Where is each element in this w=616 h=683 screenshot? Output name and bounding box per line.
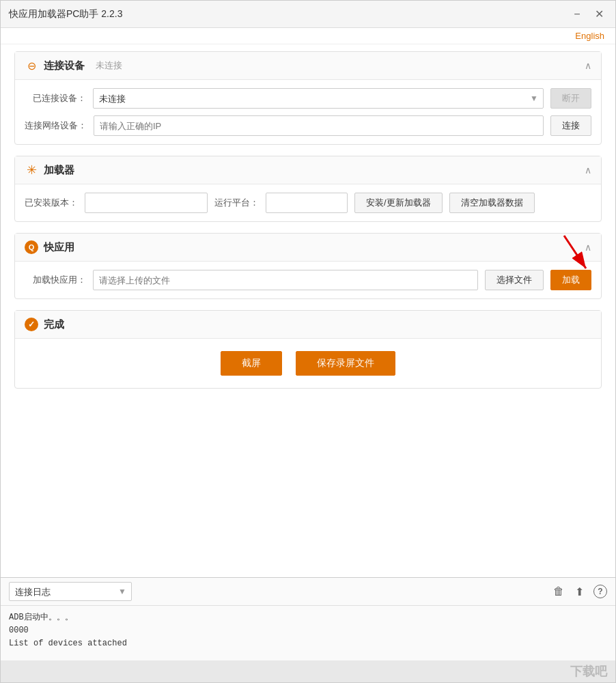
watermark-bar: 下载吧	[1, 660, 615, 682]
quickapp-section-header[interactable]: Q 快应用 ∧	[15, 234, 601, 262]
loader-section-body: 已安装版本： 未安装 运行平台： 未安装 安装/更新加载器 清空加载器数据	[15, 184, 601, 221]
quickapp-collapse-icon: ∧	[585, 242, 591, 253]
connect-header-left: ⊖ 连接设备 未连接	[25, 59, 122, 72]
log-line-1: ADB启动中。。。	[9, 611, 607, 624]
help-icon: ?	[598, 587, 602, 596]
loader-icon: ✳	[25, 163, 38, 177]
installed-version-input[interactable]: 未安装	[85, 193, 208, 213]
log-line-2: 0000	[9, 624, 607, 637]
quickapp-header-left: Q 快应用	[25, 240, 74, 254]
content-spacer	[14, 400, 602, 522]
load-quickapp-button[interactable]: 加载	[550, 270, 591, 290]
load-quickapp-row: 加载快应用： 选择文件 加载	[25, 270, 591, 290]
watermark-text: 下载吧	[570, 665, 607, 678]
complete-header: ✓ 完成	[15, 311, 601, 339]
network-device-label: 连接网络设备：	[25, 120, 87, 132]
load-quickapp-label: 加载快应用：	[25, 274, 86, 286]
language-label: English	[575, 31, 604, 41]
main-window: 快应用加载器PC助手 2.2.3 − ✕ English ⊖ 连接设备 未连接 …	[0, 0, 616, 683]
quickapp-file-input[interactable]	[93, 270, 478, 290]
loader-title: 加载器	[44, 164, 74, 177]
connect-section: ⊖ 连接设备 未连接 ∧ 已连接设备： 未连接 ▼ 断开	[14, 51, 602, 145]
installed-version-label: 已安装版本：	[25, 197, 78, 209]
loader-section-header[interactable]: ✳ 加载器 ∧	[15, 156, 601, 184]
quickapp-section: Q 快应用 ∧ 加载快应用： 选择文件 加载	[14, 233, 602, 299]
minimize-button[interactable]: −	[569, 6, 585, 23]
log-type-select[interactable]: 连接日志 调试日志	[9, 582, 132, 601]
complete-title: 完成	[44, 318, 64, 331]
connect-section-header[interactable]: ⊖ 连接设备 未连接 ∧	[15, 52, 601, 80]
platform-input[interactable]: 未安装	[266, 193, 348, 213]
log-upload-button[interactable]: ⬆	[574, 584, 585, 600]
log-actions: 🗑 ⬆ ?	[552, 584, 607, 600]
title-bar-controls: − ✕	[569, 6, 607, 23]
connect-status: 未连接	[96, 59, 122, 72]
loader-header-left: ✳ 加载器	[25, 163, 74, 177]
connect-collapse-icon: ∧	[585, 60, 591, 71]
connect-title: 连接设备	[44, 59, 85, 72]
save-recording-button[interactable]: 保存录屏文件	[296, 351, 395, 376]
select-file-button[interactable]: 选择文件	[485, 270, 544, 290]
title-bar-left: 快应用加载器PC助手 2.2.3	[9, 8, 122, 20]
log-area: 连接日志 调试日志 ▼ 🗑 ⬆ ? ADB启动中。。。 0000 List o	[1, 577, 615, 660]
quickapp-title: 快应用	[44, 241, 74, 254]
complete-body: 截屏 保存录屏文件	[15, 339, 601, 388]
install-loader-button[interactable]: 安装/更新加载器	[354, 193, 443, 213]
window-title: 快应用加载器PC助手 2.2.3	[9, 8, 122, 20]
upload-icon: ⬆	[575, 586, 584, 598]
network-device-row: 连接网络设备： 连接	[25, 115, 591, 136]
loader-collapse-icon: ∧	[585, 165, 591, 176]
connected-device-label: 已连接设备：	[25, 92, 86, 104]
connected-device-select-wrapper: 未连接 ▼	[93, 88, 544, 109]
title-bar: 快应用加载器PC助手 2.2.3 − ✕	[1, 1, 615, 28]
loader-info-row: 已安装版本： 未安装 运行平台： 未安装 安装/更新加载器 清空加载器数据	[25, 193, 591, 213]
log-line-3: List of devices attached	[9, 637, 607, 650]
log-select-wrapper: 连接日志 调试日志 ▼	[9, 582, 132, 601]
connect-icon: ⊖	[25, 59, 38, 72]
log-delete-button[interactable]: 🗑	[552, 584, 565, 599]
quickapp-icon: Q	[25, 240, 38, 254]
complete-icon: ✓	[25, 318, 38, 331]
connect-section-body: 已连接设备： 未连接 ▼ 断开 连接网络设备： 连接	[15, 80, 601, 144]
delete-icon: 🗑	[553, 585, 564, 597]
quickapp-section-body: 加载快应用： 选择文件 加载	[15, 262, 601, 298]
connected-device-row: 已连接设备： 未连接 ▼ 断开	[25, 88, 591, 109]
language-bar[interactable]: English	[1, 28, 615, 44]
log-help-button[interactable]: ?	[593, 585, 607, 598]
platform-label: 运行平台：	[214, 197, 259, 209]
close-button[interactable]: ✕	[591, 6, 607, 23]
log-header: 连接日志 调试日志 ▼ 🗑 ⬆ ?	[1, 578, 615, 606]
main-content: ⊖ 连接设备 未连接 ∧ 已连接设备： 未连接 ▼ 断开	[1, 44, 615, 577]
network-ip-input[interactable]	[94, 115, 544, 136]
connect-button[interactable]: 连接	[550, 115, 591, 136]
loader-section: ✳ 加载器 ∧ 已安装版本： 未安装 运行平台： 未安装 安装/更新加载器 清空…	[14, 156, 602, 222]
clear-loader-button[interactable]: 清空加载器数据	[449, 193, 535, 213]
screenshot-button[interactable]: 截屏	[221, 351, 282, 376]
connected-device-select[interactable]: 未连接	[93, 88, 544, 109]
disconnect-button[interactable]: 断开	[550, 88, 591, 109]
log-content: ADB启动中。。。 0000 List of devices attached	[1, 606, 615, 660]
complete-section: ✓ 完成 截屏 保存录屏文件	[14, 310, 602, 389]
